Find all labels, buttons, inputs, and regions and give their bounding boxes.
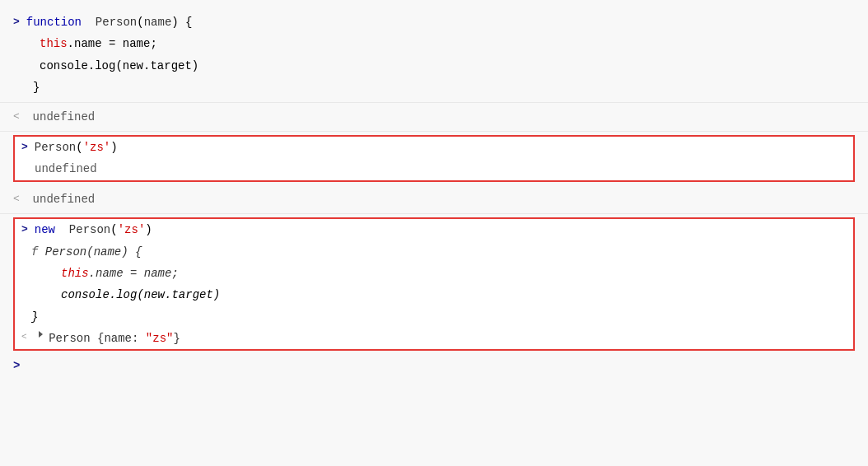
paren-call-close: ): [110, 141, 117, 154]
paren-new-close: ): [145, 223, 152, 236]
object-preview-text: Person {name: "zs"}: [49, 329, 180, 347]
paren-close: ) {: [171, 16, 192, 29]
line-undefined-1: < undefined: [0, 106, 868, 128]
line-function-decl: > function Person(name) {: [0, 12, 868, 33]
line-console-log: console.log(new.target): [0, 55, 868, 77]
code-console-italic: console.log(new.target): [61, 286, 220, 304]
empty-prompt: >: [13, 359, 20, 372]
space: [88, 16, 95, 29]
undefined-value-inner: undefined: [35, 160, 97, 178]
fn-person: Person: [96, 16, 137, 29]
obj-constructor: Person {name:: [49, 332, 146, 345]
block-undefined-1: < undefined: [0, 103, 868, 132]
param-name: name: [144, 16, 172, 29]
code-function-def: function Person(name) {: [26, 13, 855, 31]
line-this-name: this.name = name;: [0, 33, 868, 54]
empty-prompt-line[interactable]: >: [0, 354, 868, 377]
block-person-call: > Person('zs') undefined: [13, 135, 855, 182]
undefined-value-2: undefined: [33, 190, 96, 208]
fn-letter: f: [31, 245, 45, 259]
obj-close: }: [173, 332, 180, 345]
console-container: > function Person(name) { this.name = na…: [0, 0, 868, 466]
kw-this-1: this: [40, 37, 68, 50]
string-zs-1: 'zs': [83, 141, 111, 154]
code-close-brace: }: [33, 78, 855, 96]
output-prompt-2: <: [13, 191, 26, 208]
line-undefined-2: < undefined: [0, 189, 868, 210]
fn-italic-params: (name) {: [86, 245, 142, 259]
expand-arrow-icon[interactable]: [39, 329, 45, 343]
line-this-name-italic: this.name = name;: [15, 263, 853, 284]
kw-this-2: this: [61, 267, 89, 280]
fn-person-new: Person: [69, 223, 110, 236]
code-brace-italic: }: [31, 308, 38, 326]
code-new-person: new Person('zs'): [35, 221, 847, 239]
kw-new: new: [35, 223, 55, 236]
block-new-person: > new Person('zs') f Person(name) { this…: [13, 217, 855, 351]
input-prompt-2: >: [21, 139, 28, 156]
fn-italic-decl: f Person(name) {: [31, 243, 142, 261]
paren-new: (: [110, 223, 117, 236]
output-prompt-1: <: [13, 109, 26, 126]
fn-person-call: Person: [35, 141, 76, 154]
code-console-log: console.log(new.target): [40, 57, 855, 75]
line-fn-person-italic: f Person(name) {: [15, 241, 853, 263]
string-zs-2: 'zs': [118, 223, 146, 236]
paren: (: [137, 16, 143, 29]
line-person-call: > Person('zs'): [15, 137, 853, 158]
line-undefined-inner: undefined: [15, 158, 853, 179]
undefined-value-1: undefined: [33, 108, 96, 126]
space2: [62, 223, 68, 236]
code-this-italic: this.name = name;: [61, 264, 179, 282]
obj-value: "zs": [146, 332, 174, 345]
block-function-def: > function Person(name) { this.name = na…: [0, 8, 868, 103]
input-prompt: >: [13, 14, 20, 31]
paren-call: (: [76, 141, 82, 154]
result-prompt: <: [21, 330, 32, 345]
input-prompt-3: >: [21, 221, 28, 239]
kw-function: function: [26, 16, 82, 29]
dot1: .name = name;: [68, 37, 157, 50]
line-closing-brace: }: [0, 77, 868, 98]
dot2: .name = name;: [89, 267, 179, 280]
line-new-person: > new Person('zs'): [15, 219, 853, 240]
code-this-name: this.name = name;: [40, 35, 855, 53]
line-close-brace-italic: }: [15, 306, 853, 328]
line-person-result: < Person {name: "zs"}: [15, 328, 853, 349]
line-console-log-italic: console.log(new.target): [15, 284, 853, 305]
block-undefined-2: < undefined: [0, 185, 868, 214]
code-person-call: Person('zs'): [35, 138, 847, 156]
chevron-icon: [39, 331, 43, 338]
fn-italic-name: Person: [45, 245, 86, 259]
